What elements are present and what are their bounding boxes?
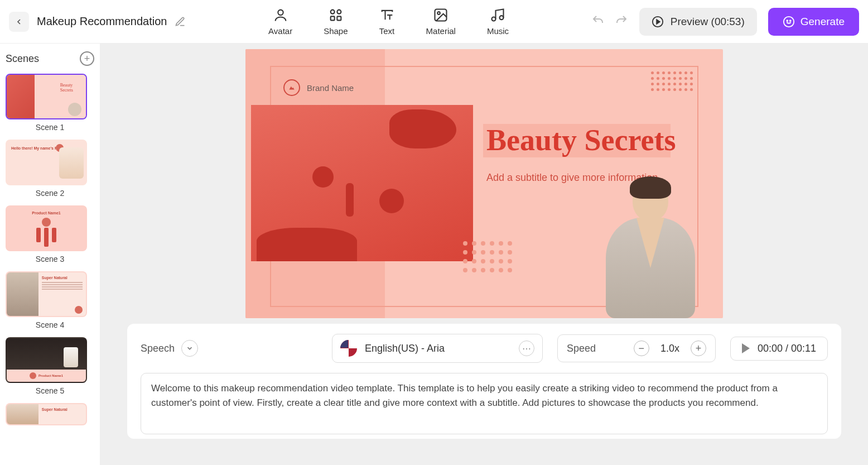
- speed-label: Speed: [567, 343, 625, 354]
- svg-rect-4: [337, 16, 341, 20]
- brand-name: Brand Name: [307, 83, 354, 93]
- tool-music[interactable]: Music: [487, 7, 509, 36]
- scene-thumb-6[interactable]: Super Natural: [6, 403, 87, 425]
- scene-label: Scene 5: [6, 386, 94, 395]
- scene-thumb-3[interactable]: Product Name1: [6, 205, 87, 251]
- scene-label: Scene 2: [6, 189, 94, 198]
- dots-decor-bl: [463, 241, 512, 272]
- voice-name: English(US) - Aria: [365, 343, 511, 354]
- speed-decrease-button[interactable]: −: [634, 341, 649, 356]
- scene-thumb-2[interactable]: Hello there! My name's Ruby.: [6, 140, 87, 185]
- thumb-title: Super Natural: [42, 408, 83, 411]
- tool-text[interactable]: Text: [379, 7, 395, 36]
- svg-marker-10: [657, 20, 660, 23]
- svg-point-0: [278, 10, 283, 15]
- avatar-figure[interactable]: [600, 180, 701, 318]
- tool-shape-label: Shape: [324, 26, 348, 36]
- svg-rect-3: [331, 16, 335, 20]
- speech-label: Speech: [141, 343, 175, 354]
- svg-point-1: [331, 10, 335, 14]
- scene-label: Scene 3: [6, 255, 94, 263]
- speech-dropdown[interactable]: [181, 340, 198, 357]
- time-display: 00:00 / 00:11: [758, 343, 816, 354]
- playback-box: 00:00 / 00:11: [730, 337, 828, 361]
- tool-music-label: Music: [487, 26, 509, 36]
- tool-shape[interactable]: Shape: [324, 7, 348, 36]
- scenes-sidebar: Scenes + Beauty Secrets Scene 1: [0, 44, 100, 465]
- redo-button[interactable]: [615, 14, 628, 30]
- tool-avatar[interactable]: Avatar: [268, 7, 292, 36]
- speed-increase-button[interactable]: +: [691, 341, 706, 356]
- scene-thumb-1[interactable]: Beauty Secrets: [6, 74, 87, 119]
- speed-value: 1.0x: [660, 343, 679, 354]
- brand[interactable]: Brand Name: [283, 79, 354, 96]
- svg-point-8: [500, 16, 504, 20]
- back-button[interactable]: [9, 12, 29, 32]
- project-title: Makeup Recommendation: [37, 15, 167, 28]
- generate-button[interactable]: Generate: [768, 8, 859, 36]
- svg-point-7: [492, 17, 496, 21]
- undo-button[interactable]: [591, 14, 605, 30]
- canvas-area: Brand Name Beauty Secrets Add a subtitle…: [100, 44, 868, 465]
- svg-point-12: [787, 20, 788, 21]
- scene-thumb-5[interactable]: Product Name1: [6, 337, 87, 383]
- svg-point-11: [784, 16, 794, 26]
- thumb-title: Product Name1: [32, 211, 60, 215]
- preview-button[interactable]: Preview (00:53): [639, 8, 757, 36]
- speed-control: Speed − 1.0x +: [557, 334, 716, 362]
- svg-point-6: [437, 12, 440, 15]
- edit-title-icon[interactable]: [175, 16, 186, 27]
- scene-label: Scene 4: [6, 320, 94, 329]
- headline-text[interactable]: Beauty Secrets: [486, 123, 676, 157]
- voice-more-icon[interactable]: ⋯: [519, 341, 534, 356]
- thumb-title: Beauty Secrets: [60, 83, 86, 93]
- dots-decor-tr: [651, 71, 693, 91]
- tool-text-label: Text: [379, 26, 395, 36]
- add-scene-button[interactable]: +: [80, 51, 94, 66]
- flag-us-icon: [340, 340, 357, 357]
- canvas[interactable]: Brand Name Beauty Secrets Add a subtitle…: [245, 49, 723, 318]
- thumb-title: Super Natural: [42, 276, 83, 280]
- svg-point-2: [337, 10, 341, 14]
- tool-material-label: Material: [426, 26, 456, 36]
- brand-logo-icon: [283, 79, 300, 96]
- hero-image[interactable]: [251, 105, 473, 261]
- preview-label: Preview (00:53): [671, 16, 745, 28]
- generate-label: Generate: [801, 16, 845, 28]
- scene-label: Scene 1: [6, 123, 94, 132]
- speech-panel: Speech English(US) - Aria ⋯ Speed −: [127, 324, 841, 439]
- scene-thumb-4[interactable]: Super Natural: [6, 271, 87, 317]
- play-button[interactable]: [742, 343, 750, 353]
- sidebar-title: Scenes: [6, 53, 39, 65]
- speech-textarea[interactable]: Welcome to this makeup recommendation vi…: [141, 373, 828, 434]
- tool-material[interactable]: Material: [426, 7, 456, 36]
- thumb-title: Product Name1: [38, 374, 63, 377]
- voice-selector[interactable]: English(US) - Aria ⋯: [332, 334, 543, 363]
- tool-avatar-label: Avatar: [268, 26, 292, 36]
- svg-point-13: [790, 20, 791, 21]
